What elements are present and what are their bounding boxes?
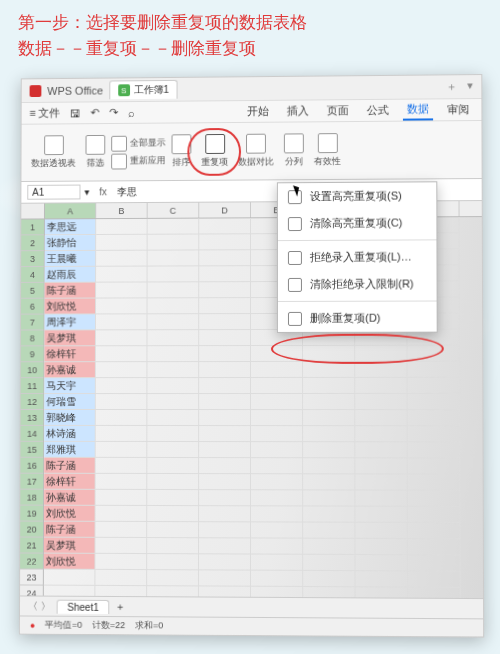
row-header[interactable]: 9 — [21, 346, 44, 362]
cell[interactable] — [148, 298, 200, 314]
cell[interactable] — [96, 314, 148, 330]
cell[interactable] — [199, 522, 251, 538]
cell[interactable] — [147, 362, 199, 378]
cell[interactable] — [408, 426, 461, 442]
cell[interactable]: 张静怡 — [45, 235, 96, 251]
cell[interactable] — [303, 474, 355, 490]
cell[interactable] — [199, 266, 251, 282]
fx-label[interactable]: fx — [93, 186, 113, 197]
cell[interactable] — [251, 362, 303, 378]
cell[interactable]: 陈子涵 — [45, 283, 96, 299]
cell[interactable] — [199, 282, 251, 298]
cell[interactable] — [407, 346, 460, 362]
row-header[interactable]: 19 — [20, 506, 43, 522]
cell[interactable] — [147, 378, 199, 394]
cell[interactable] — [355, 346, 407, 362]
cell[interactable] — [96, 282, 148, 298]
row-header[interactable]: 8 — [21, 330, 44, 346]
cell[interactable] — [251, 410, 303, 426]
cell[interactable] — [408, 378, 461, 394]
file-menu[interactable]: ≡ 文件 — [29, 106, 60, 121]
cell[interactable] — [199, 538, 251, 554]
cell[interactable] — [251, 555, 303, 571]
row-header[interactable]: 15 — [21, 442, 44, 458]
cell[interactable]: 刘欣悦 — [45, 299, 96, 315]
row-header[interactable]: 21 — [20, 538, 43, 554]
cell[interactable] — [147, 490, 199, 506]
cell[interactable] — [199, 426, 251, 442]
cell[interactable] — [96, 490, 148, 506]
cell[interactable] — [408, 491, 461, 507]
row-header[interactable]: 1 — [21, 219, 44, 235]
cell[interactable] — [95, 538, 147, 554]
cell[interactable] — [148, 219, 200, 235]
cell[interactable] — [355, 362, 407, 378]
row-header[interactable]: 6 — [21, 299, 44, 315]
cell[interactable] — [147, 506, 199, 522]
cell[interactable]: 孙嘉诚 — [44, 490, 96, 506]
cell[interactable]: 王晨曦 — [45, 251, 96, 267]
tab-page[interactable]: 页面 — [323, 101, 353, 120]
cell[interactable]: 马天宇 — [44, 378, 95, 394]
cell[interactable] — [408, 458, 461, 474]
search-icon[interactable]: ⌕ — [129, 106, 136, 118]
cell[interactable] — [96, 506, 148, 522]
cell[interactable] — [251, 490, 303, 506]
cell[interactable] — [251, 378, 303, 394]
cell[interactable] — [303, 394, 355, 410]
cell[interactable] — [199, 234, 251, 250]
cell[interactable] — [251, 522, 303, 538]
cell[interactable]: 何瑞雪 — [44, 394, 95, 410]
cell[interactable] — [96, 298, 148, 314]
cell[interactable] — [355, 378, 407, 394]
row-header[interactable]: 7 — [21, 315, 44, 331]
cell[interactable] — [96, 267, 148, 283]
cell[interactable]: 陈子涵 — [44, 522, 96, 538]
cell[interactable] — [96, 458, 148, 474]
cell[interactable] — [355, 410, 407, 426]
cell[interactable] — [408, 555, 461, 571]
cell[interactable] — [251, 346, 303, 362]
cell[interactable] — [199, 474, 251, 490]
column-header[interactable]: A — [45, 203, 96, 218]
cell[interactable] — [95, 554, 147, 570]
cell[interactable] — [95, 570, 147, 586]
row-header[interactable]: 14 — [21, 426, 44, 442]
menu-item[interactable]: 删除重复项(D) — [278, 305, 437, 332]
reapply-button[interactable]: 重新应用 — [111, 153, 165, 169]
cell[interactable] — [147, 570, 199, 586]
workbook-tab[interactable]: S 工作簿1 — [109, 80, 178, 99]
row-header[interactable]: 10 — [21, 362, 44, 378]
cell[interactable] — [303, 362, 355, 378]
dropdown-icon[interactable]: ▾ — [467, 79, 473, 94]
cell[interactable] — [199, 298, 251, 314]
cell[interactable] — [251, 394, 303, 410]
cell[interactable] — [148, 266, 200, 282]
show-all-button[interactable]: 全部显示 — [111, 135, 165, 151]
cell[interactable]: 孙嘉诚 — [44, 362, 95, 378]
row-header[interactable]: 12 — [21, 394, 44, 410]
cell[interactable]: 陈子涵 — [44, 458, 96, 474]
undo-icon[interactable]: ↶ — [91, 106, 100, 119]
row-header[interactable]: 3 — [21, 251, 44, 267]
menu-item[interactable]: 清除拒绝录入限制(R) — [278, 270, 437, 298]
cell[interactable] — [147, 346, 199, 362]
cell[interactable] — [303, 539, 355, 555]
cell[interactable] — [96, 378, 148, 394]
cell[interactable] — [199, 490, 251, 506]
cell[interactable] — [251, 571, 303, 587]
cell[interactable] — [303, 523, 355, 539]
cell[interactable]: 徐梓轩 — [44, 474, 96, 490]
cell[interactable] — [147, 474, 199, 490]
cell[interactable] — [199, 378, 251, 394]
cell[interactable] — [96, 442, 148, 458]
add-sheet-button[interactable]: ＋ — [116, 600, 126, 614]
compare-button[interactable]: 数据对比 — [234, 134, 278, 169]
cell[interactable] — [408, 394, 461, 410]
cell[interactable] — [147, 330, 199, 346]
cell[interactable] — [96, 394, 148, 410]
row-header[interactable]: 20 — [20, 522, 43, 538]
row-header[interactable]: 13 — [21, 410, 44, 426]
cell[interactable] — [148, 235, 200, 251]
row-header[interactable]: 11 — [21, 378, 44, 394]
